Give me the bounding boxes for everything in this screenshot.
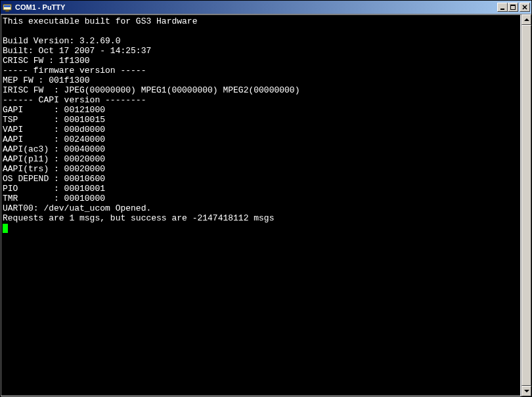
scrollbar-thumb[interactable] [521,25,531,386]
terminal-cursor [3,224,8,233]
close-button[interactable] [520,3,530,12]
putty-icon [2,2,12,12]
svg-rect-1 [4,5,11,7]
terminal-output: This executable built for GS3 Hardware B… [3,16,520,396]
terminal-area[interactable]: This executable built for GS3 Hardware B… [1,14,521,396]
putty-window: COM1 - PuTTY This executable built for G… [0,0,532,397]
window-controls [497,3,530,12]
titlebar[interactable]: COM1 - PuTTY [1,1,531,14]
vertical-scrollbar[interactable] [521,14,531,396]
scroll-down-button[interactable] [521,386,531,396]
minimize-button[interactable] [497,3,508,12]
svg-rect-7 [510,5,516,6]
window-title: COM1 - PuTTY [15,2,497,12]
svg-rect-5 [500,9,504,10]
client-area: This executable built for GS3 Hardware B… [1,14,531,396]
scrollbar-track[interactable] [521,25,531,386]
svg-marker-10 [524,18,529,21]
svg-marker-11 [524,390,529,392]
scroll-up-button[interactable] [521,14,531,25]
maximize-button[interactable] [508,3,518,12]
